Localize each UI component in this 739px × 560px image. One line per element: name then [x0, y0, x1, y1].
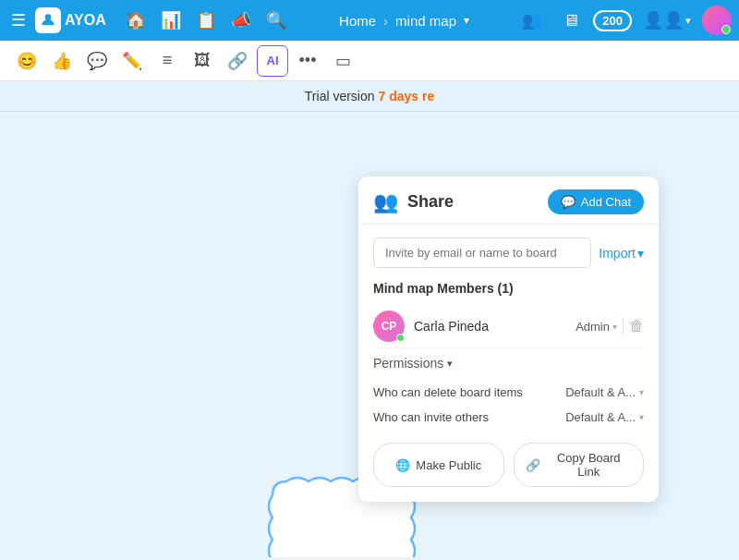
delete-member-btn[interactable]: 🗑: [629, 318, 644, 335]
share-header: 👥 Share 💬 Add Chat: [358, 177, 659, 225]
trial-days: 7 days re: [378, 89, 434, 103]
share-footer: 🌐 Make Public 🔗 Copy Board Link: [358, 430, 659, 487]
permissions-toggle[interactable]: Permissions ▾: [373, 356, 644, 371]
toolbar: 😊 👍 💬 ✏️ ≡ 🖼 🔗 AI ••• ▭: [0, 41, 739, 81]
make-public-btn[interactable]: 🌐 Make Public: [373, 443, 504, 487]
link-btn[interactable]: 🔗: [222, 45, 253, 77]
permission-invite-row: Who can invite others Default & A... ▾: [373, 405, 644, 430]
group-btn[interactable]: 👤👤 ▾: [637, 6, 697, 34]
home-tool-btn[interactable]: 🏠: [119, 4, 152, 37]
member-name: Carla Pineda: [414, 319, 566, 334]
breadcrumb-current[interactable]: mind map: [395, 13, 456, 29]
member-role-row: Admin ▾ 🗑: [575, 318, 644, 335]
menu-icon[interactable]: ☰: [7, 6, 30, 34]
search-tool-btn[interactable]: 🔍: [260, 4, 293, 37]
share-people-icon: 👥: [373, 190, 398, 214]
member-row: CP Carla Pineda Admin ▾ 🗑: [373, 305, 644, 348]
logo-text: AYOA: [65, 12, 106, 29]
trial-banner: Trial version 7 days re: [0, 81, 739, 112]
share-title-group: 👥 Share: [373, 190, 454, 214]
import-dropdown-icon: ▾: [637, 246, 644, 261]
permission-invite-label: Who can invite others: [373, 410, 489, 424]
member-avatar: CP: [373, 310, 405, 342]
role-dropdown-icon: ▾: [612, 322, 617, 332]
users-icon[interactable]: 👥: [515, 4, 549, 37]
ai-btn[interactable]: AI: [257, 45, 288, 77]
chat-bubble-icon: 💬: [561, 195, 575, 209]
permission-invite-value-dropdown[interactable]: Default & A... ▾: [565, 410, 644, 424]
pencil-btn[interactable]: ✏️: [116, 45, 148, 77]
member-role-dropdown[interactable]: Admin ▾: [575, 320, 617, 334]
emoji-btn[interactable]: 😊: [11, 45, 42, 77]
nav-logo: AYOA: [35, 7, 106, 33]
permissions-arrow-icon: ▾: [447, 358, 453, 370]
nav-tools: 🏠 📊 📋 📣 🔍: [119, 4, 293, 37]
members-label: Mind map Members (1): [373, 281, 644, 296]
breadcrumb-separator: ›: [383, 13, 388, 29]
svg-point-0: [45, 14, 52, 20]
invite-row: Import ▾: [373, 237, 644, 268]
add-chat-btn[interactable]: 💬 Add Chat: [548, 189, 644, 214]
breadcrumb-dropdown-icon[interactable]: ▾: [464, 14, 469, 27]
top-nav: ☰ AYOA 🏠 📊 📋 📣 🔍 Home › mind map ▾ 👥 🖥 2…: [0, 0, 739, 41]
activity-tool-btn[interactable]: 📊: [154, 4, 188, 37]
globe-icon: 🌐: [395, 458, 410, 472]
more-btn[interactable]: •••: [292, 45, 323, 77]
link-copy-icon: 🔗: [526, 458, 540, 472]
permission-delete-row: Who can delete board items Default & A..…: [373, 380, 644, 405]
screen-icon[interactable]: 🖥: [554, 4, 588, 37]
chat-btn[interactable]: 💬: [81, 45, 113, 77]
permission-delete-label: Who can delete board items: [373, 385, 523, 399]
canvas-area: + 👥 Share 💬 Add Chat Import ▾: [0, 112, 739, 557]
image-btn[interactable]: 🖼: [187, 45, 218, 77]
breadcrumb: Home › mind map ▾: [298, 13, 511, 29]
list-btn[interactable]: ≡: [151, 45, 183, 77]
shape-btn[interactable]: ▭: [327, 45, 358, 77]
user-avatar[interactable]: [702, 6, 732, 35]
copy-board-link-btn[interactable]: 🔗 Copy Board Link: [514, 443, 645, 487]
invite-input[interactable]: [373, 237, 591, 268]
share-panel: 👥 Share 💬 Add Chat Import ▾ Mind map Mem…: [358, 177, 659, 502]
permission-delete-value-dropdown[interactable]: Default & A... ▾: [565, 385, 644, 399]
member-divider: [623, 318, 624, 335]
share-body: Import ▾ Mind map Members (1) CP Carla P…: [358, 225, 659, 430]
notes-tool-btn[interactable]: 📋: [189, 4, 223, 37]
share-title: Share: [407, 192, 454, 212]
like-btn[interactable]: 👍: [46, 45, 78, 77]
permission-invite-dropdown-icon: ▾: [639, 412, 644, 422]
online-indicator: [396, 334, 405, 342]
announce-tool-btn[interactable]: 📣: [224, 4, 258, 37]
trial-prefix: Trial version: [305, 89, 379, 103]
nav-right: 👥 🖥 200 👤👤 ▾: [515, 4, 732, 37]
permissions-section: Permissions ▾ Who can delete board items…: [373, 356, 644, 430]
breadcrumb-home[interactable]: Home: [339, 13, 376, 29]
logo-icon: [35, 7, 61, 33]
import-btn[interactable]: Import ▾: [599, 246, 644, 261]
permission-delete-dropdown-icon: ▾: [639, 387, 644, 397]
nav-counter[interactable]: 200: [593, 10, 632, 31]
